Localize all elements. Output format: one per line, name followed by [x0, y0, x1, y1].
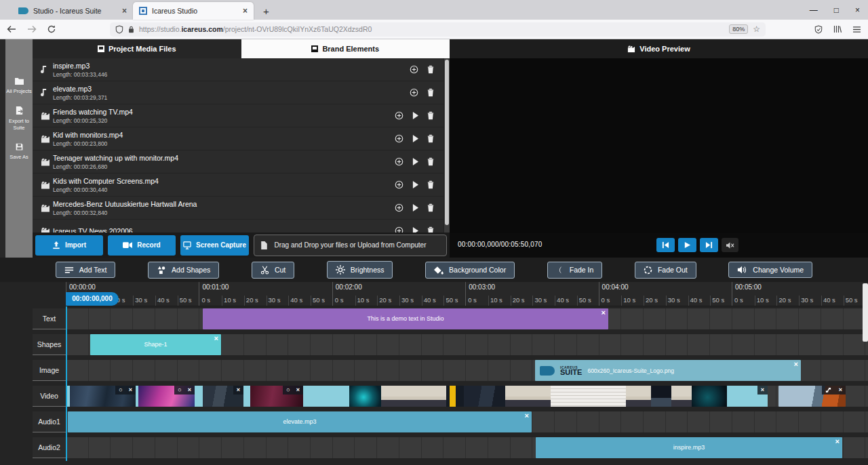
record-button[interactable]: Record [108, 235, 176, 256]
video-clip-segment[interactable] [692, 386, 727, 407]
delete-file-button[interactable] [427, 157, 434, 166]
media-file-row[interactable]: Icareus TV News 202006 [33, 220, 443, 232]
track-lane-image[interactable]: ICAREUS SUITE 600x260_Icareus-Suite_Logo… [66, 360, 868, 381]
track-lane-shapes[interactable]: Shape-1 × [66, 334, 868, 355]
video-clip-segment[interactable]: × [727, 386, 768, 407]
sidebar-item-all-projects[interactable]: All Projects [4, 77, 34, 94]
fade-out-button[interactable]: Fade Out [635, 262, 696, 279]
window-minimize-button[interactable]: — [810, 5, 818, 15]
import-button[interactable]: Import [35, 235, 103, 256]
change-volume-button[interactable]: Change Volume [728, 262, 812, 278]
video-clip-handle[interactable] [303, 386, 309, 407]
video-clip-segment[interactable]: ○× [138, 386, 195, 407]
file-dropzone[interactable]: Drag and Drop your files or Upload from … [254, 235, 447, 256]
add-to-timeline-button[interactable] [410, 65, 418, 74]
permissions-shield-icon[interactable] [115, 25, 123, 34]
record-state-icon[interactable]: ○ [286, 386, 290, 395]
add-to-timeline-button[interactable] [395, 111, 403, 120]
preview-play-button[interactable] [412, 158, 418, 165]
expand-clip-icon[interactable] [825, 387, 831, 393]
add-to-timeline-button[interactable] [410, 88, 418, 97]
cut-button[interactable]: Cut [252, 262, 294, 279]
video-clip-segment[interactable] [381, 386, 446, 407]
video-clip-segment[interactable] [505, 386, 551, 407]
track-lane-video[interactable]: ○×○××○×× × [66, 386, 868, 407]
delete-file-button[interactable] [427, 65, 434, 74]
window-close-button[interactable]: × [855, 5, 860, 15]
zoom-level-badge[interactable]: 80% [729, 24, 748, 34]
delete-file-button[interactable] [427, 226, 434, 232]
media-file-row[interactable]: Kids with Computer Screens.mp4 Length: 0… [33, 174, 443, 196]
delete-file-button[interactable] [427, 134, 434, 143]
video-clip-segment[interactable]: ○× [250, 386, 303, 407]
bookmark-star-icon[interactable]: ☆ [753, 24, 760, 34]
brightness-button[interactable]: Brightness [327, 261, 393, 279]
track-lane-text[interactable]: This is a demo text in Studio × [66, 308, 868, 329]
menu-hamburger-icon[interactable] [852, 26, 861, 33]
refresh-icon[interactable] [47, 25, 56, 33]
url-field[interactable]: https://studio.icareus.com/project/nt-OV… [110, 22, 766, 37]
text-clip[interactable]: This is a demo text in Studio × [203, 308, 608, 329]
video-clip-segment[interactable] [349, 386, 381, 407]
video-clip-segment[interactable] [309, 386, 349, 407]
remove-clip-icon[interactable]: × [839, 386, 842, 395]
media-file-row[interactable]: Mercedes-Benz Uutuuskiertue Hartwall Are… [33, 197, 443, 219]
lock-icon[interactable] [128, 26, 134, 33]
track-lane-audio1[interactable]: elevate.mp3 × [66, 411, 868, 432]
add-to-timeline-button[interactable] [395, 134, 403, 143]
delete-file-button[interactable] [427, 111, 434, 120]
audio-clip[interactable]: elevate.mp3 × [68, 411, 532, 432]
add-to-timeline-button[interactable] [395, 203, 403, 212]
media-file-row[interactable]: Friends watching TV.mp4 Length: 00:00:25… [33, 104, 443, 127]
delete-file-button[interactable] [427, 88, 434, 97]
media-file-row[interactable]: inspire.mp3 Length: 00:03:33,446 [33, 58, 443, 81]
remove-clip-icon[interactable]: × [794, 360, 798, 369]
video-clip-segment[interactable] [446, 386, 464, 407]
previous-frame-button[interactable] [656, 238, 675, 252]
media-list-scrollbar[interactable] [444, 58, 450, 232]
new-tab-button[interactable]: + [263, 5, 269, 20]
remove-clip-icon[interactable]: × [296, 386, 300, 395]
video-clip-segment[interactable] [671, 386, 692, 407]
remove-clip-icon[interactable]: × [835, 437, 840, 446]
video-clip-handle[interactable] [243, 386, 250, 407]
fade-in-button[interactable]: Fade In [547, 262, 603, 279]
add-to-timeline-button[interactable] [395, 180, 403, 189]
add-shapes-button[interactable]: Add Shapes [148, 262, 219, 279]
add-to-timeline-button[interactable] [395, 157, 403, 166]
video-preview-screen[interactable] [450, 58, 868, 233]
video-clip-segment[interactable] [626, 386, 651, 407]
mute-icon[interactable] [722, 238, 738, 252]
tab-close-icon[interactable]: × [122, 6, 127, 16]
remove-clip-icon[interactable]: × [237, 386, 240, 395]
remove-clip-icon[interactable]: × [525, 411, 529, 420]
preview-play-button[interactable] [412, 112, 418, 119]
shape-clip[interactable]: Shape-1 × [90, 334, 221, 355]
background-color-button[interactable]: Background Color [425, 262, 515, 279]
forward-icon[interactable] [27, 25, 37, 33]
play-button[interactable] [678, 238, 696, 252]
image-clip[interactable]: ICAREUS SUITE 600x260_Icareus-Suite_Logo… [535, 360, 801, 381]
playhead-bubble[interactable]: 00:00:00,000 [66, 292, 119, 306]
add-text-button[interactable]: Add Text [56, 262, 116, 278]
preview-play-button[interactable] [412, 135, 418, 142]
media-file-row[interactable]: Kid with monitors.mp4 Length: 00:00:23,8… [33, 127, 443, 150]
delete-file-button[interactable] [427, 180, 434, 189]
timeline-scrollbar[interactable] [863, 282, 868, 465]
record-state-icon[interactable]: ○ [119, 386, 122, 395]
remove-clip-icon[interactable]: × [214, 334, 218, 343]
protections-shield-icon[interactable] [814, 25, 823, 34]
back-icon[interactable] [7, 25, 16, 33]
video-clip-segment[interactable]: ○× [70, 386, 136, 407]
record-state-icon[interactable]: ○ [178, 386, 181, 395]
video-clip-segment[interactable]: × [203, 386, 243, 407]
tab-brand-elements[interactable]: Brand Elements [241, 39, 450, 58]
remove-clip-icon[interactable]: × [129, 386, 132, 395]
delete-file-button[interactable] [427, 203, 434, 212]
track-lane-audio2[interactable]: inspire.mp3 × [66, 437, 868, 458]
preview-play-button[interactable] [412, 204, 418, 211]
remove-clip-icon[interactable]: × [761, 386, 764, 395]
video-clip[interactable]: × [778, 386, 846, 407]
browser-tab-studio[interactable]: Icareus Studio × [133, 2, 254, 20]
library-icon[interactable] [833, 25, 842, 33]
